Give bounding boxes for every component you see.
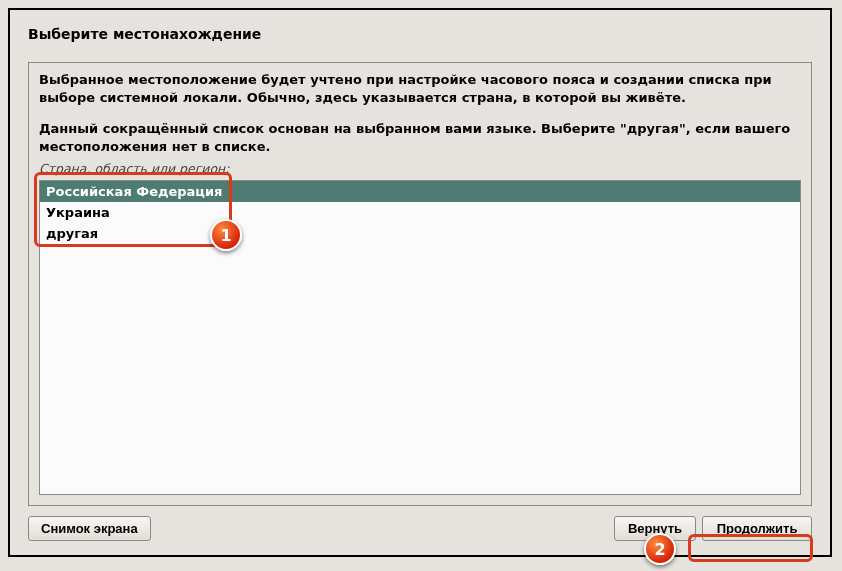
screenshot-button[interactable]: Снимок экрана [28,516,151,541]
country-item-ukraine[interactable]: Украина [40,202,800,223]
nav-buttons: Вернуть Продолжить [614,516,812,541]
country-item-other[interactable]: другая [40,223,800,244]
country-listbox[interactable]: Российская Федерация Украина другая [39,180,801,495]
page-title: Выберите местонахождение [28,26,812,42]
button-row: Снимок экрана Вернуть Продолжить [28,516,812,541]
content-frame: Выбранное местоположение будет учтено пр… [28,62,812,506]
back-button[interactable]: Вернуть [614,516,696,541]
info-text-1: Выбранное местоположение будет учтено пр… [39,71,801,106]
installer-window: Выберите местонахождение Выбранное место… [8,8,832,557]
list-label: Страна, область или регион: [39,161,801,176]
country-item-russia[interactable]: Российская Федерация [40,181,800,202]
continue-button[interactable]: Продолжить [702,516,812,541]
info-text-2: Данный сокращённый список основан на выб… [39,120,801,155]
